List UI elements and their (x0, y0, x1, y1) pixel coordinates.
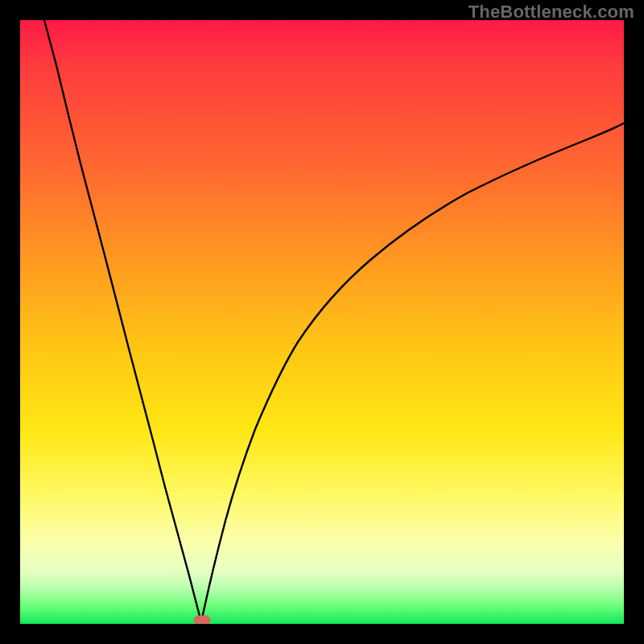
bottleneck-curve (20, 20, 624, 624)
minimum-marker (194, 616, 210, 624)
watermark-text: TheBottleneck.com (469, 2, 634, 23)
plot-area (20, 20, 624, 624)
curve-left-branch (44, 20, 201, 622)
chart-frame: TheBottleneck.com (0, 0, 644, 644)
curve-right-branch (201, 123, 624, 622)
